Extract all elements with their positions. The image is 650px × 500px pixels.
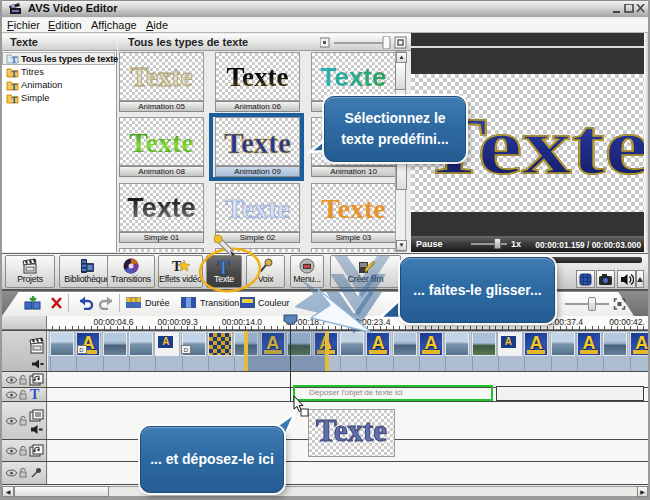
svg-text:T: T	[11, 69, 17, 78]
svg-text:T: T	[11, 55, 17, 64]
svg-text:T: T	[11, 95, 17, 104]
svg-text:T: T	[11, 82, 17, 91]
